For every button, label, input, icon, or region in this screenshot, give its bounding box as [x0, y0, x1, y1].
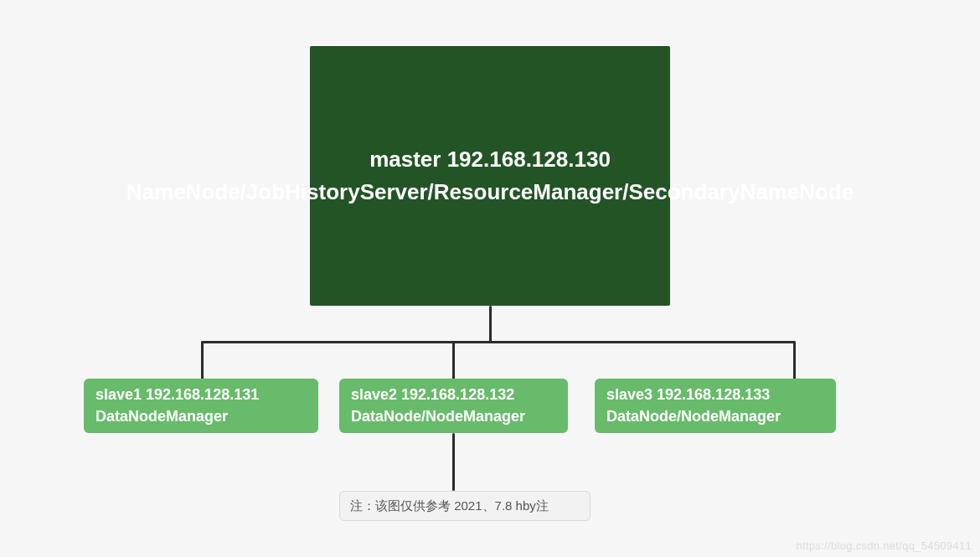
watermark-text: https://blog.csdn.net/qq_54509411: [797, 539, 972, 552]
connector-master-down: [489, 306, 492, 343]
connector-horizontal: [201, 341, 796, 343]
slave2-node-label: slave2 192.168.128.132 DataNode/NodeMana…: [351, 384, 556, 426]
connector-to-slave2: [452, 343, 455, 379]
slave1-node-label: slave1 192.168.128.131 DataNodeManager: [95, 384, 307, 426]
slave1-node: slave1 192.168.128.131 DataNodeManager: [84, 379, 318, 433]
note-node: 注：该图仅供参考 2021、7.8 hby注: [339, 491, 591, 521]
connector-to-slave3: [793, 341, 796, 379]
master-node: master 192.168.128.130 NameNode/JobHisto…: [310, 46, 670, 306]
note-node-label: 注：该图仅供参考 2021、7.8 hby注: [350, 498, 549, 514]
diagram-canvas: master 192.168.128.130 NameNode/JobHisto…: [0, 0, 980, 557]
slave3-node-label: slave3 192.168.128.133 DataNode/NodeMana…: [606, 384, 824, 426]
slave2-node: slave2 192.168.128.132 DataNode/NodeMana…: [339, 379, 568, 433]
connector-slave2-to-note: [452, 433, 455, 491]
connector-to-slave1: [201, 341, 204, 379]
slave3-node: slave3 192.168.128.133 DataNode/NodeMana…: [595, 379, 836, 433]
master-node-label: master 192.168.128.130 NameNode/JobHisto…: [126, 143, 854, 209]
